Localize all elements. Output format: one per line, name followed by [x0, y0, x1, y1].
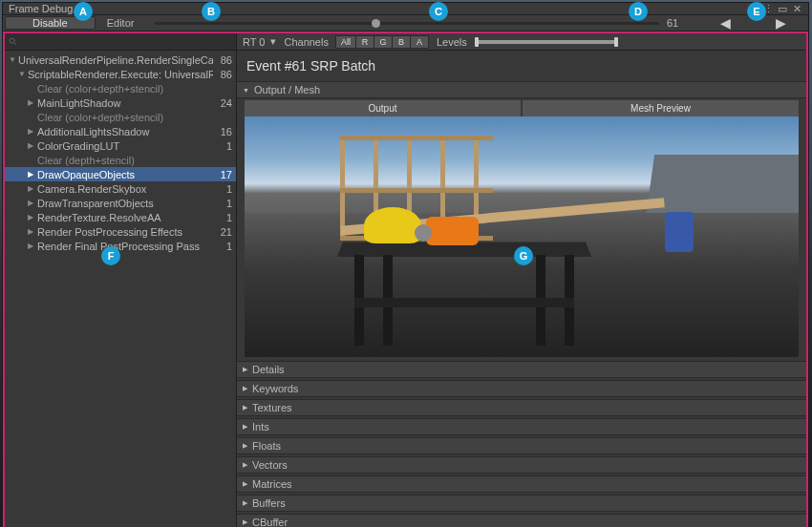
annotation-marker-f: F: [101, 246, 120, 265]
disclosure-icon[interactable]: ▼: [18, 70, 26, 78]
section-label: Output / Mesh: [254, 84, 320, 95]
render-preview[interactable]: [245, 116, 799, 357]
channel-g-button[interactable]: G: [374, 35, 393, 49]
frame-number: 61: [667, 17, 686, 29]
tree-count: 1: [226, 198, 232, 209]
disclosure-triangle-icon: ▶: [243, 442, 247, 450]
disclosure-icon[interactable]: ▶: [28, 242, 33, 250]
section-buffers[interactable]: ▶Buffers: [237, 495, 806, 512]
annotation-marker-b: B: [202, 2, 221, 21]
disclosure-icon[interactable]: ▶: [28, 199, 33, 207]
channel-buttons: All R G B A: [336, 35, 429, 49]
channel-r-button[interactable]: R: [355, 35, 374, 49]
chevron-down-icon: ▾: [270, 35, 276, 48]
channels-label: Channels: [284, 36, 328, 48]
disclosure-icon[interactable]: ▶: [28, 141, 33, 150]
disclosure-icon[interactable]: ▼: [9, 55, 16, 64]
tree-label: Render PostProcessing Effects: [37, 226, 213, 238]
window-title: Frame Debug: [9, 3, 73, 14]
tree-row[interactable]: ▼UniversalRenderPipeline.RenderSingleCam…: [5, 53, 236, 67]
tree-count: 1: [226, 212, 232, 223]
detail-pane: RT 0 ▾ Channels All R G B A Levels Event…: [237, 33, 806, 527]
output-tab[interactable]: Output: [245, 100, 521, 116]
svg-line-1: [14, 42, 17, 45]
section-details[interactable]: ▶Details: [237, 361, 806, 378]
section-label: Floats: [252, 440, 281, 452]
event-tree[interactable]: ▼UniversalRenderPipeline.RenderSingleCam…: [5, 51, 236, 527]
tree-count: 24: [221, 97, 232, 109]
tree-count: 1: [226, 183, 232, 195]
disclosure-icon[interactable]: ▶: [28, 170, 33, 179]
section-floats[interactable]: ▶Floats: [237, 437, 806, 454]
section-label: Keywords: [252, 383, 298, 394]
section-matrices[interactable]: ▶Matrices: [237, 475, 806, 493]
tree-count: 86: [221, 69, 232, 80]
annotation-marker-e: E: [747, 2, 766, 21]
tree-count: 21: [221, 226, 232, 238]
channel-all-button[interactable]: All: [335, 35, 356, 49]
frame-slider[interactable]: [155, 22, 659, 25]
tree-row[interactable]: ▶AdditionalLightsShadow16: [5, 124, 236, 138]
disclosure-icon[interactable]: ▶: [28, 127, 33, 136]
mesh-preview-tab[interactable]: Mesh Preview: [523, 100, 799, 116]
title-bar[interactable]: Frame Debug ⋮ ▭ ✕: [3, 3, 808, 15]
frame-slider-area: 61: [143, 15, 697, 31]
output-mesh-section[interactable]: ▼ Output / Mesh: [237, 81, 806, 98]
section-vectors[interactable]: ▶Vectors: [237, 456, 806, 474]
tree-row[interactable]: ▶Render PostProcessing Effects21: [5, 224, 236, 239]
tree-label: Camera.RenderSkybox: [37, 183, 213, 195]
prev-frame-button[interactable]: ◀: [697, 15, 753, 31]
slider-knob[interactable]: [372, 19, 380, 28]
tree-row[interactable]: ▶Render Final PostProcessing Pass1: [5, 239, 236, 253]
tree-row[interactable]: ▶Camera.RenderSkybox1: [5, 181, 236, 196]
target-dropdown[interactable]: Editor: [97, 15, 144, 31]
rt-toolbar: RT 0 ▾ Channels All R G B A Levels: [237, 33, 806, 51]
tree-row[interactable]: ▶RenderTexture.ResolveAA1: [5, 210, 236, 224]
disclosure-triangle-icon: ▶: [243, 385, 247, 392]
tree-label: Clear (color+depth+stencil): [37, 112, 213, 123]
section-label: Ints: [252, 421, 269, 432]
tree-label: UniversalRenderPipeline.RenderSingleCame…: [18, 54, 213, 66]
tree-row[interactable]: ▶DrawOpaqueObjects17: [5, 167, 236, 181]
event-title: Event #61 SRP Batch: [237, 51, 806, 81]
annotation-marker-a: A: [74, 2, 93, 21]
disclosure-icon[interactable]: ▶: [28, 98, 33, 107]
tree-row[interactable]: ▶ColorGradingLUT1: [5, 138, 236, 153]
preview-saw: [426, 217, 479, 245]
tree-count: 16: [221, 126, 232, 137]
section-label: Matrices: [252, 478, 292, 490]
preview-helmet: [364, 207, 421, 243]
tree-count: 1: [226, 241, 232, 252]
tree-row[interactable]: ▶MainLightShadow24: [5, 95, 236, 110]
section-textures[interactable]: ▶Textures: [237, 399, 806, 416]
close-icon[interactable]: ✕: [791, 3, 802, 14]
section-cbuffer[interactable]: ▶CBuffer: [237, 514, 806, 527]
body-panes: ▼UniversalRenderPipeline.RenderSingleCam…: [3, 32, 808, 527]
channel-b-button[interactable]: B: [392, 35, 411, 49]
tree-label: DrawTransparentObjects: [37, 198, 213, 209]
tree-row[interactable]: Clear (depth+stencil): [5, 153, 236, 167]
section-keywords[interactable]: ▶Keywords: [237, 380, 806, 397]
disclosure-triangle-icon: ▼: [243, 87, 249, 94]
event-tree-pane: ▼UniversalRenderPipeline.RenderSingleCam…: [5, 33, 237, 527]
maximize-icon[interactable]: ▭: [777, 3, 788, 14]
disclosure-triangle-icon: ▶: [243, 461, 247, 469]
channel-a-button[interactable]: A: [410, 35, 429, 49]
tree-row[interactable]: Clear (color+depth+stencil): [5, 110, 236, 124]
search-input[interactable]: [5, 33, 236, 51]
annotation-marker-d: D: [629, 2, 648, 21]
annotation-marker-g: G: [514, 246, 533, 265]
levels-label: Levels: [437, 36, 467, 48]
tree-row[interactable]: Clear (color+depth+stencil): [5, 81, 236, 95]
section-label: Details: [252, 364, 285, 375]
disclosure-icon[interactable]: ▶: [28, 213, 33, 221]
preview-barrel: [665, 212, 694, 252]
disclosure-icon[interactable]: ▶: [28, 227, 33, 236]
disclosure-triangle-icon: ▶: [243, 518, 247, 526]
disclosure-icon[interactable]: ▶: [28, 184, 33, 193]
tree-row[interactable]: ▶DrawTransparentObjects1: [5, 196, 236, 210]
render-target-dropdown[interactable]: RT 0 ▾: [243, 35, 276, 48]
tree-row[interactable]: ▼ScriptableRenderer.Execute: UniversalRe…: [5, 67, 236, 81]
levels-range[interactable]: [475, 40, 618, 44]
section-ints[interactable]: ▶Ints: [237, 418, 806, 435]
